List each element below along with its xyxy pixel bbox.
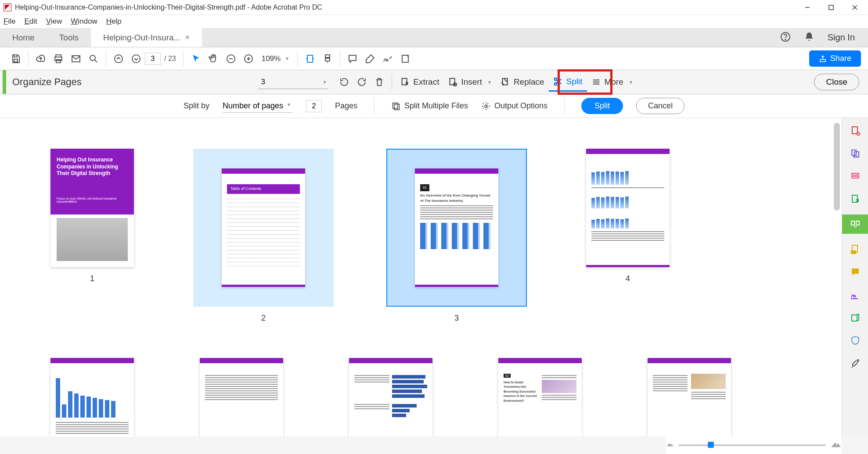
fit-width-icon[interactable]: [301, 50, 319, 68]
protect-tool-icon[interactable]: [848, 333, 863, 348]
page2-toc-title: Table of Contents: [227, 184, 300, 194]
page1-title: Helping Out Insurance Companies in Unloc…: [57, 157, 128, 177]
comment-tool-icon[interactable]: [848, 265, 863, 279]
zoom-small-icon: [666, 441, 674, 449]
page-number-2: 2: [261, 314, 266, 323]
extract-button[interactable]: Extract: [396, 77, 443, 87]
split-by-label: Split by: [184, 101, 209, 111]
svg-rect-1: [829, 5, 833, 10]
tab-tools[interactable]: Tools: [47, 28, 91, 47]
split-method-dropdown[interactable]: [223, 100, 293, 113]
stamp-icon[interactable]: [396, 50, 414, 68]
bell-icon[interactable]: [804, 32, 814, 44]
scroll-mode-icon[interactable]: [319, 50, 336, 68]
save-icon[interactable]: [7, 50, 25, 68]
svg-rect-21: [325, 58, 330, 61]
pages-label: Pages: [335, 101, 357, 111]
organize-pages-tool-icon[interactable]: [842, 214, 868, 234]
page-down-icon[interactable]: [127, 50, 145, 68]
split-cancel-button[interactable]: Cancel: [636, 98, 684, 114]
page-thumbnail-2[interactable]: Table of Contents 2: [193, 149, 334, 323]
right-tools-sidebar: [842, 118, 868, 436]
split-count-input[interactable]: [306, 100, 322, 112]
svg-point-48: [857, 360, 859, 361]
page-thumbnail-9[interactable]: [641, 358, 738, 436]
split-multiple-files-button[interactable]: Split Multiple Files: [391, 101, 468, 111]
page-thumbnail-8[interactable]: 02How to Guide Yourselves Into Becoming …: [492, 358, 588, 436]
export-pdf-tool-icon[interactable]: [848, 146, 863, 161]
more-button[interactable]: More▼: [587, 77, 637, 87]
organize-title: Organize Pages: [12, 76, 82, 88]
insert-button[interactable]: Insert▼: [443, 77, 496, 87]
zoom-handle[interactable]: [708, 442, 714, 448]
page-thumbnail-7[interactable]: [342, 358, 439, 436]
split-button[interactable]: Split: [549, 72, 587, 92]
sign-icon[interactable]: [379, 50, 396, 68]
minimize-button[interactable]: [802, 2, 813, 13]
vertical-scrollbar[interactable]: [834, 123, 840, 211]
zoom-dropdown[interactable]: 109%▼: [257, 54, 294, 63]
zoom-large-icon: [830, 440, 842, 450]
close-button[interactable]: [850, 2, 860, 13]
sign-in-link[interactable]: Sign In: [828, 32, 855, 43]
print-icon[interactable]: [50, 50, 67, 68]
send-tool-icon[interactable]: [848, 310, 863, 325]
comment-icon[interactable]: [344, 50, 361, 68]
menubar: File Edit View Window Help: [0, 15, 868, 28]
page-thumbnail-1[interactable]: Helping Out Insurance Companies in Unloc…: [44, 149, 140, 323]
page-thumbnails-area: Helping Out Insurance Companies in Unloc…: [0, 118, 842, 436]
svg-rect-47: [852, 315, 857, 321]
zoom-value: 109%: [262, 54, 281, 63]
svg-rect-43: [851, 221, 854, 225]
tab-close-icon[interactable]: ×: [185, 33, 190, 42]
page-thumbnail-5[interactable]: 5: [44, 358, 140, 436]
highlight-icon[interactable]: [361, 50, 379, 68]
menu-file[interactable]: File: [4, 17, 15, 26]
redact-tool-icon[interactable]: [848, 242, 863, 257]
svg-rect-40: [852, 173, 859, 175]
split-options-bar: Split by ▼ Pages Split Multiple Files Ou…: [0, 94, 868, 118]
rotate-right-icon[interactable]: [353, 73, 371, 91]
select-tool-icon[interactable]: [187, 50, 205, 68]
page-select-dropdown[interactable]: [258, 75, 328, 89]
more-tools-icon[interactable]: [848, 356, 863, 371]
delete-icon[interactable]: [371, 73, 388, 91]
fill-sign-tool-icon[interactable]: [848, 287, 863, 302]
create-pdf-tool-icon[interactable]: [848, 123, 863, 138]
page-up-icon[interactable]: [110, 50, 127, 68]
zoom-out-icon[interactable]: [222, 50, 240, 68]
output-options-button[interactable]: Output Options: [481, 101, 547, 111]
rotate-left-icon[interactable]: [335, 73, 353, 91]
edit-pdf-tool-icon[interactable]: [848, 169, 863, 184]
hand-tool-icon[interactable]: [205, 50, 222, 68]
tab-home[interactable]: Home: [0, 28, 47, 47]
search-icon[interactable]: [85, 50, 102, 68]
maximize-button[interactable]: [826, 2, 836, 13]
tab-document[interactable]: Helping-Out-Insura... ×: [91, 28, 202, 47]
menu-edit[interactable]: Edit: [24, 17, 37, 26]
page-thumbnail-6[interactable]: [193, 358, 290, 436]
menu-view[interactable]: View: [46, 17, 62, 26]
help-icon[interactable]: [780, 32, 791, 44]
cloud-upload-icon[interactable]: [32, 50, 50, 68]
tabbar: Home Tools Helping-Out-Insura... × Sign …: [0, 28, 868, 47]
menu-window[interactable]: Window: [71, 17, 97, 26]
split-confirm-button[interactable]: Split: [581, 98, 623, 114]
window-title: Helping-Out-Insurance-Companies-in-Unloc…: [15, 4, 802, 11]
email-icon[interactable]: [67, 50, 85, 68]
page-number-input[interactable]: [145, 53, 161, 65]
zoom-in-icon[interactable]: [240, 50, 257, 68]
svg-rect-19: [307, 55, 313, 62]
page-thumbnail-4[interactable]: 4: [580, 149, 676, 323]
svg-rect-46: [851, 251, 856, 254]
replace-button[interactable]: Replace: [496, 77, 549, 87]
combine-tool-icon[interactable]: [848, 192, 863, 207]
share-button[interactable]: Share: [809, 50, 861, 67]
page-number-4: 4: [626, 274, 630, 283]
organize-pages-bar: Organize Pages ▼ Extract Insert▼ Replace…: [0, 70, 868, 94]
page-thumbnail-3[interactable]: 01 An Overview of the Ever-Changing Tren…: [386, 149, 527, 323]
thumbnail-zoom-slider[interactable]: [666, 436, 842, 454]
svg-rect-6: [14, 59, 18, 62]
menu-help[interactable]: Help: [106, 17, 122, 26]
close-organize-button[interactable]: Close: [814, 74, 859, 90]
